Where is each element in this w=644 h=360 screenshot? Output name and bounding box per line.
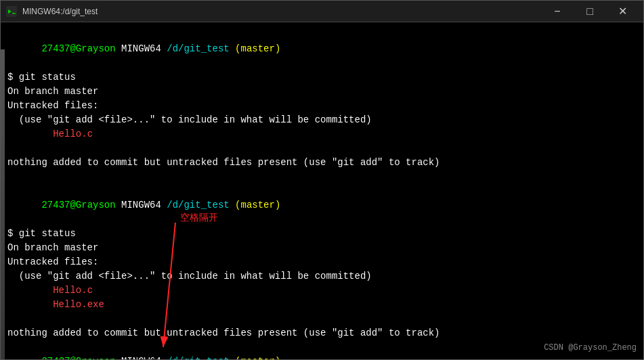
terminal-line: Hello.c: [7, 284, 637, 298]
username: 27437@Grayson: [41, 43, 115, 54]
terminal-line: Untracked files:: [7, 99, 637, 113]
username: 27437@Grayson: [41, 356, 115, 359]
username: 27437@Grayson: [41, 200, 115, 210]
terminal-line: Hello.exe: [7, 298, 637, 312]
terminal-window: MINGW64:/d/git_test − □ ✕ 27437@Grayson …: [0, 0, 644, 360]
titlebar: MINGW64:/d/git_test − □ ✕: [1, 1, 643, 22]
watermark: CSDN @Grayson_Zheng: [544, 342, 637, 354]
terminal-line: (use "git add <file>..." to include in w…: [7, 269, 637, 284]
terminal-line: 27437@Grayson MINGW64 /d/git_test (maste…: [7, 340, 637, 359]
terminal-line: Hello.c: [7, 127, 637, 141]
terminal-line: $ git status: [7, 70, 637, 85]
terminal-line: [7, 312, 637, 326]
terminal-line: 27437@Grayson MINGW64 /d/git_test (maste…: [7, 28, 637, 70]
terminal-line: $ git status: [7, 227, 637, 241]
maximize-button[interactable]: □: [574, 1, 605, 22]
terminal-line: On branch master: [7, 85, 637, 99]
terminal-line: 27437@Grayson MINGW64 /d/git_test (maste…: [7, 184, 637, 227]
terminal-line: [7, 170, 637, 184]
svg-rect-2: [12, 13, 16, 14]
terminal-line: nothing added to commit but untracked fi…: [7, 156, 637, 170]
terminal-line: (use "git add <file>..." to include in w…: [7, 113, 637, 127]
terminal-line: [7, 141, 637, 156]
terminal-body[interactable]: 27437@Grayson MINGW64 /d/git_test (maste…: [1, 22, 643, 359]
window-controls: − □ ✕: [542, 1, 638, 22]
sidebar-indicator: [1, 49, 5, 359]
close-button[interactable]: ✕: [607, 1, 638, 22]
minimize-button[interactable]: −: [542, 1, 573, 22]
terminal-icon: [6, 6, 17, 17]
window-title: MINGW64:/d/git_test: [22, 7, 536, 16]
terminal-line: On branch master: [7, 241, 637, 255]
terminal-line: Untracked files:: [7, 255, 637, 269]
terminal-line: nothing added to commit but untracked fi…: [7, 326, 637, 340]
